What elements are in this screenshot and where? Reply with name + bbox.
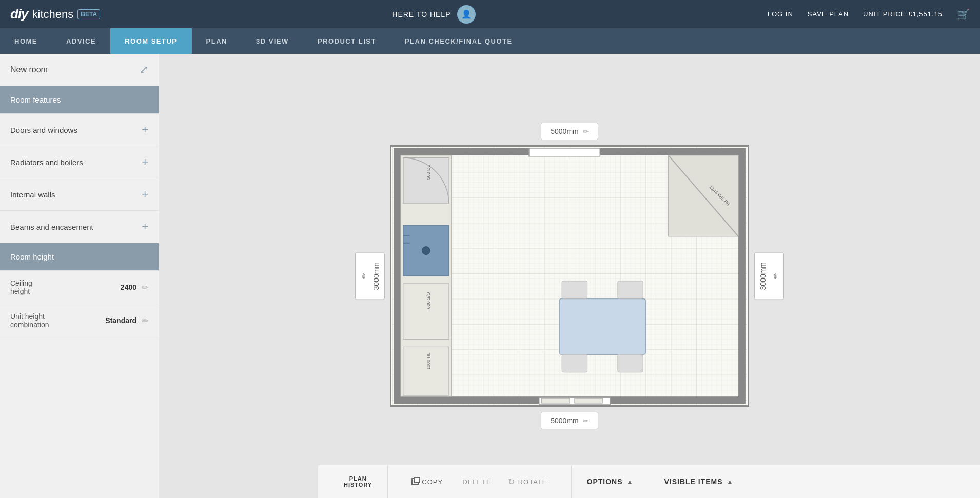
beams-label: Beams and encasement [10, 223, 93, 231]
options-label: OPTIONS [587, 477, 623, 486]
nav-plan-check[interactable]: PLAN CHECK/FINAL QUOTE [390, 28, 527, 54]
logo-area: diykitchens BETA [10, 6, 100, 22]
dim-right-value: 3000mm [759, 262, 767, 290]
unit-height-value: Standard [105, 316, 136, 325]
svg-rect-27 [575, 398, 602, 403]
logo-kitchens: kitchens [32, 8, 74, 21]
sidebar-item-radiators[interactable]: Radiators and boilers + [0, 146, 159, 178]
svg-text:600 S/O: 600 S/O [426, 292, 431, 309]
svg-point-11 [422, 247, 430, 255]
sidebar: New room ⤢ Room features Doors and windo… [0, 54, 159, 498]
dim-right-edit-icon: ✏ [771, 272, 779, 280]
edit-actions-section: COPY DELETE ↻ ROTATE [388, 465, 571, 498]
rotate-icon: ↻ [508, 477, 515, 487]
ceiling-height-right: 2400 ✏ [121, 283, 148, 292]
dim-top-edit-icon: ✏ [583, 128, 589, 135]
top-right: LOG IN SAVE PLAN UNIT PRICE £1,551.15 🛒 [768, 8, 970, 21]
unit-price: UNIT PRICE £1,551.15 [863, 10, 943, 18]
nav-product-list[interactable]: PRODUCT LIST [303, 28, 390, 54]
visible-items-label: VISIBLE ITEMS [664, 477, 722, 486]
logo-beta: BETA [77, 9, 100, 19]
avatar[interactable]: 👤 [457, 5, 476, 24]
new-room-label: New room [10, 65, 48, 74]
nav-home[interactable]: HOME [0, 28, 52, 54]
sidebar-item-room-height[interactable]: Room height [0, 243, 159, 271]
room-height-label: Room height [10, 252, 54, 261]
svg-rect-21 [559, 298, 645, 354]
delete-button[interactable]: DELETE [451, 478, 500, 486]
copy-button[interactable]: COPY [403, 478, 451, 486]
svg-rect-3 [529, 148, 600, 156]
svg-rect-24 [562, 354, 587, 372]
doors-windows-label: Doors and windows [10, 126, 77, 134]
svg-rect-25 [618, 354, 643, 372]
dim-bottom-edit-icon: ✏ [583, 417, 589, 425]
sidebar-item-room-features[interactable]: Room features [0, 86, 159, 114]
plus-icon-doors[interactable]: + [142, 123, 148, 136]
copy-label: COPY [422, 478, 443, 486]
floorplan-row: ✏ 3000mm [355, 145, 784, 407]
svg-rect-26 [542, 398, 570, 403]
floorplan-svg[interactable]: 500 DL 600 S/O 1000 HL [390, 145, 749, 407]
plus-icon-beams[interactable]: + [142, 220, 148, 233]
dim-left-value: 3000mm [372, 262, 380, 290]
visible-items-button[interactable]: VISIBLE ITEMS ▲ [649, 477, 749, 486]
bottom-toolbar: PLANHISTORY COPY DELETE ↻ ROTATE [318, 465, 980, 498]
ceiling-height-edit-icon[interactable]: ✏ [142, 283, 148, 292]
svg-rect-23 [618, 281, 643, 299]
svg-rect-14 [403, 284, 449, 340]
delete-label: DELETE [462, 478, 492, 486]
svg-text:500 DL: 500 DL [426, 165, 431, 180]
visible-items-chevron-icon: ▲ [727, 478, 734, 485]
cart-icon[interactable]: 🛒 [957, 8, 970, 21]
sidebar-item-beams[interactable]: Beams and encasement + [0, 211, 159, 243]
logo-diy: diy [10, 6, 28, 22]
plan-history-btn[interactable]: PLANHISTORY [344, 475, 372, 488]
dim-bottom-value: 5000mm [551, 416, 578, 425]
unit-height-right: Standard ✏ [105, 316, 148, 326]
unit-height-edit-icon[interactable]: ✏ [142, 316, 148, 326]
svg-rect-22 [562, 281, 587, 299]
options-chevron-icon: ▲ [627, 478, 634, 485]
nav-3d-view[interactable]: 3D VIEW [242, 28, 303, 54]
internal-walls-label: Internal walls [10, 190, 55, 199]
radiators-label: Radiators and boilers [10, 158, 83, 167]
here-to-help-link[interactable]: HERE TO HELP [392, 10, 450, 18]
rotate-button[interactable]: ↻ ROTATE [500, 477, 556, 487]
dim-top-value: 5000mm [551, 127, 578, 135]
nav-plan[interactable]: PLAN [192, 28, 242, 54]
ceiling-height-value: 2400 [121, 283, 136, 291]
svg-text:1000 HL: 1000 HL [426, 352, 431, 370]
dimension-left[interactable]: ✏ 3000mm [355, 252, 385, 300]
unit-height-row: Unit heightcombination Standard ✏ [0, 304, 159, 337]
dim-left-edit-icon: ✏ [360, 272, 368, 280]
room-height-details: Ceilingheight 2400 ✏ Unit heightcombinat… [0, 271, 159, 337]
log-in-link[interactable]: LOG IN [768, 10, 793, 18]
options-button[interactable]: OPTIONS ▲ [572, 477, 649, 486]
rotate-label: ROTATE [518, 478, 547, 486]
ceiling-height-label: Ceilingheight [10, 279, 32, 295]
unit-height-label: Unit heightcombination [10, 312, 49, 329]
top-center: HERE TO HELP 👤 [392, 5, 475, 24]
save-plan-link[interactable]: SAVE PLAN [808, 10, 849, 18]
new-room-icon: ⤢ [139, 63, 148, 76]
ceiling-height-row: Ceilingheight 2400 ✏ [0, 271, 159, 304]
nav-room-setup[interactable]: ROOM SETUP [110, 28, 191, 54]
nav-advice[interactable]: ADVICE [52, 28, 110, 54]
sidebar-item-internal-walls[interactable]: Internal walls + [0, 178, 159, 211]
sidebar-item-doors-windows[interactable]: Doors and windows + [0, 114, 159, 146]
main-layout: New room ⤢ Room features Doors and windo… [0, 54, 980, 498]
dimension-right[interactable]: 3000mm ✏ [754, 252, 784, 300]
room-features-label: Room features [10, 95, 61, 104]
plan-history-section: PLANHISTORY [328, 465, 388, 498]
dimension-bottom[interactable]: 5000mm ✏ [541, 412, 598, 429]
top-bar: diykitchens BETA HERE TO HELP 👤 LOG IN S… [0, 0, 980, 28]
nav-bar: HOME ADVICE ROOM SETUP PLAN 3D VIEW PROD… [0, 28, 980, 54]
plus-icon-internal-walls[interactable]: + [142, 188, 148, 201]
floorplan-wrapper: 5000mm ✏ ✏ 3000mm [355, 123, 784, 429]
svg-rect-6 [403, 158, 449, 204]
plus-icon-radiators[interactable]: + [142, 155, 148, 169]
canvas-area: 5000mm ✏ ✏ 3000mm [159, 54, 980, 498]
new-room-item[interactable]: New room ⤢ [0, 54, 159, 86]
dimension-top[interactable]: 5000mm ✏ [541, 123, 598, 140]
